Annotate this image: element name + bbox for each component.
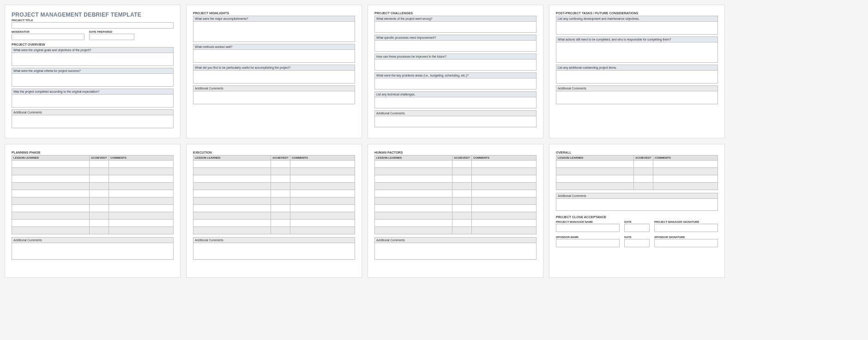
table-cell[interactable]	[472, 205, 536, 212]
sponsor-sig-input[interactable]	[654, 239, 718, 247]
table-cell[interactable]	[290, 205, 355, 212]
table-cell[interactable]	[271, 205, 290, 212]
table-cell[interactable]	[472, 161, 536, 168]
table-cell[interactable]	[271, 220, 290, 227]
table-cell[interactable]	[109, 161, 174, 168]
table-cell[interactable]	[12, 227, 90, 234]
table-cell[interactable]	[193, 220, 271, 227]
challenges-additional-area[interactable]	[374, 116, 536, 127]
table-cell[interactable]	[452, 183, 472, 190]
table-cell[interactable]	[193, 205, 271, 212]
challenges-a1[interactable]	[374, 22, 536, 33]
table-cell[interactable]	[193, 227, 271, 234]
table-cell[interactable]	[290, 168, 355, 175]
table-cell[interactable]	[556, 168, 634, 175]
overview-a2[interactable]	[12, 74, 174, 87]
table-cell[interactable]	[452, 197, 472, 205]
table-cell[interactable]	[271, 212, 290, 220]
table-cell[interactable]	[653, 175, 718, 183]
table-cell[interactable]	[109, 205, 174, 212]
table-cell[interactable]	[90, 197, 109, 205]
table-cell[interactable]	[472, 197, 536, 205]
table-cell[interactable]	[109, 212, 174, 220]
table-cell[interactable]	[109, 175, 174, 183]
table-cell[interactable]	[452, 227, 472, 234]
table-cell[interactable]	[271, 183, 290, 190]
table-cell[interactable]	[290, 183, 355, 190]
highlights-a2[interactable]	[193, 50, 355, 63]
table-cell[interactable]	[375, 183, 452, 190]
table-cell[interactable]	[90, 212, 109, 220]
table-cell[interactable]	[271, 168, 290, 175]
table-cell[interactable]	[90, 175, 109, 183]
table-cell[interactable]	[271, 227, 290, 234]
table-cell[interactable]	[290, 161, 355, 168]
highlights-a3[interactable]	[193, 71, 355, 84]
pm-date-input[interactable]	[624, 224, 650, 232]
table-cell[interactable]	[653, 161, 718, 168]
table-cell[interactable]	[472, 183, 536, 190]
human-additional-area[interactable]	[374, 243, 536, 260]
table-cell[interactable]	[90, 205, 109, 212]
table-cell[interactable]	[452, 220, 472, 227]
table-cell[interactable]	[109, 227, 174, 234]
table-cell[interactable]	[634, 161, 653, 168]
planning-additional-area[interactable]	[12, 243, 174, 260]
table-cell[interactable]	[452, 190, 472, 197]
table-cell[interactable]	[193, 190, 271, 197]
table-cell[interactable]	[290, 190, 355, 197]
table-cell[interactable]	[290, 197, 355, 205]
table-cell[interactable]	[109, 168, 174, 175]
table-cell[interactable]	[90, 227, 109, 234]
table-cell[interactable]	[452, 212, 472, 220]
table-cell[interactable]	[193, 161, 271, 168]
table-cell[interactable]	[452, 161, 472, 168]
table-cell[interactable]	[193, 183, 271, 190]
table-cell[interactable]	[12, 205, 90, 212]
table-cell[interactable]	[634, 183, 653, 190]
postproject-additional-area[interactable]	[556, 91, 718, 104]
sponsor-date-input[interactable]	[624, 239, 650, 247]
table-cell[interactable]	[12, 161, 90, 168]
table-cell[interactable]	[290, 220, 355, 227]
table-cell[interactable]	[193, 168, 271, 175]
table-cell[interactable]	[472, 227, 536, 234]
table-cell[interactable]	[653, 183, 718, 190]
table-cell[interactable]	[90, 168, 109, 175]
table-cell[interactable]	[472, 190, 536, 197]
execution-additional-area[interactable]	[193, 243, 355, 260]
challenges-a4[interactable]	[374, 78, 536, 89]
table-cell[interactable]	[109, 190, 174, 197]
table-cell[interactable]	[472, 168, 536, 175]
table-cell[interactable]	[109, 197, 174, 205]
table-cell[interactable]	[271, 175, 290, 183]
table-cell[interactable]	[653, 168, 718, 175]
table-cell[interactable]	[90, 190, 109, 197]
table-cell[interactable]	[12, 183, 90, 190]
table-cell[interactable]	[12, 190, 90, 197]
highlights-a1[interactable]	[193, 22, 355, 42]
table-cell[interactable]	[90, 183, 109, 190]
table-cell[interactable]	[634, 175, 653, 183]
pm-name-input[interactable]	[556, 224, 620, 232]
challenges-a3[interactable]	[374, 60, 536, 71]
overview-a1[interactable]	[12, 53, 174, 66]
table-cell[interactable]	[556, 183, 634, 190]
table-cell[interactable]	[556, 161, 634, 168]
table-cell[interactable]	[375, 212, 452, 220]
table-cell[interactable]	[375, 175, 452, 183]
postproject-a2[interactable]	[556, 42, 718, 63]
overview-additional-area[interactable]	[12, 115, 174, 128]
table-cell[interactable]	[193, 175, 271, 183]
sponsor-name-input[interactable]	[556, 239, 620, 247]
overall-additional-area[interactable]	[556, 199, 718, 211]
table-cell[interactable]	[193, 197, 271, 205]
table-cell[interactable]	[375, 168, 452, 175]
date-prepared-input[interactable]	[89, 34, 134, 40]
table-cell[interactable]	[375, 161, 452, 168]
table-cell[interactable]	[472, 212, 536, 220]
table-cell[interactable]	[12, 220, 90, 227]
highlights-additional-area[interactable]	[193, 91, 355, 104]
pm-sig-input[interactable]	[654, 224, 718, 232]
table-cell[interactable]	[375, 227, 452, 234]
